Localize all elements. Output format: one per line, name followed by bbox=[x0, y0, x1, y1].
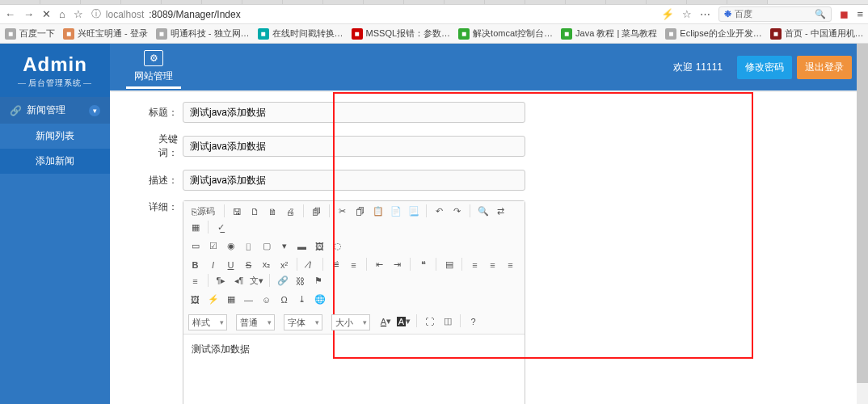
cut-icon[interactable]: ✂ bbox=[335, 204, 349, 218]
selectall-icon[interactable]: ▦ bbox=[188, 221, 202, 234]
maximize-icon[interactable]: ⛶ bbox=[423, 314, 436, 328]
bgcolor-icon[interactable]: A▾ bbox=[397, 314, 411, 328]
bookmark-item[interactable]: ■百度一下 bbox=[5, 27, 55, 40]
anchor-icon[interactable]: ⚑ bbox=[311, 274, 325, 288]
menu-group-news[interactable]: 🔗新闻管理 ▾ bbox=[0, 97, 110, 124]
size-select[interactable]: 大小 bbox=[331, 314, 370, 330]
checkbox-icon[interactable]: ☑ bbox=[206, 239, 220, 253]
editor-body[interactable]: 测试添加数据 bbox=[183, 335, 525, 404]
save-icon[interactable]: 🖫 bbox=[230, 204, 244, 218]
italic-icon[interactable]: I bbox=[206, 258, 220, 271]
bookmark-item[interactable]: ■在线时间戳转换… bbox=[258, 27, 343, 40]
spellcheck-icon[interactable]: ✓̲ bbox=[214, 221, 228, 234]
undo-icon[interactable]: ↶ bbox=[432, 204, 446, 218]
star-icon[interactable]: ☆ bbox=[74, 8, 83, 20]
bookmark-item[interactable]: ■Java 教程 | 菜鸟教程 bbox=[561, 27, 657, 40]
select-icon[interactable]: ▾ bbox=[277, 239, 291, 253]
outdent-icon[interactable]: ⇤ bbox=[373, 258, 386, 271]
bullist-icon[interactable]: ≡ bbox=[347, 258, 360, 271]
pasteword-icon[interactable]: 📃 bbox=[407, 204, 420, 218]
bold-icon[interactable]: B bbox=[188, 258, 202, 271]
ext-icon[interactable]: ◼ bbox=[840, 8, 849, 20]
radio-icon[interactable]: ◉ bbox=[224, 239, 238, 253]
ltr-icon[interactable]: ¶▸ bbox=[214, 274, 228, 288]
more-icon[interactable]: ⋯ bbox=[700, 8, 710, 20]
textcolor-icon[interactable]: A▾ bbox=[379, 314, 393, 328]
iframe-icon[interactable]: 🌐 bbox=[313, 292, 327, 306]
flash-icon[interactable]: ⚡ bbox=[206, 292, 220, 306]
textarea-icon[interactable]: ▢ bbox=[259, 239, 273, 253]
underline-icon[interactable]: U bbox=[224, 258, 238, 271]
style-select[interactable]: 样式 bbox=[188, 314, 227, 330]
find-icon[interactable]: 🔍 bbox=[476, 204, 490, 218]
hidden-icon[interactable]: ◌ bbox=[331, 239, 344, 253]
preview-icon[interactable]: 🗎 bbox=[266, 204, 280, 218]
quote-icon[interactable]: ❝ bbox=[416, 258, 430, 271]
numlist-icon[interactable]: ≡̇ bbox=[329, 258, 343, 271]
source-button[interactable]: ⎘ 源码 bbox=[188, 204, 218, 218]
back-icon[interactable]: ← bbox=[5, 8, 15, 20]
pagebreak-icon[interactable]: ⤓ bbox=[295, 292, 309, 306]
smiley-icon[interactable]: ☺ bbox=[259, 292, 273, 306]
strike-icon[interactable]: S bbox=[242, 258, 255, 271]
alignjustify-icon[interactable]: ≡ bbox=[188, 274, 202, 288]
redo-icon[interactable]: ↷ bbox=[450, 204, 464, 218]
help-icon[interactable]: ? bbox=[466, 314, 480, 328]
copy-icon[interactable]: 🗍 bbox=[353, 204, 367, 218]
keyword-input[interactable] bbox=[183, 136, 525, 157]
forward-icon[interactable]: → bbox=[23, 8, 34, 20]
aligncenter-icon[interactable]: ≡ bbox=[486, 258, 499, 271]
bookmark-item[interactable]: ■明通科技 - 独立网… bbox=[156, 27, 250, 40]
logout-button[interactable]: 退出登录 bbox=[797, 56, 852, 79]
url-bar[interactable]: ⓘ localhost :8089/Manager/Index bbox=[91, 7, 654, 21]
pastetext-icon[interactable]: 📄 bbox=[389, 204, 402, 218]
unlink-icon[interactable]: ⛓ bbox=[293, 274, 307, 288]
change-password-button[interactable]: 修改密码 bbox=[737, 56, 792, 79]
newpage-icon[interactable]: 🗋 bbox=[248, 204, 262, 218]
stop-icon[interactable]: ✕ bbox=[42, 8, 51, 20]
menu-icon[interactable]: ≡ bbox=[857, 8, 863, 20]
sidebar-item-add-news[interactable]: 添加新闻 bbox=[0, 149, 110, 174]
alignleft-icon[interactable]: ≡ bbox=[468, 258, 482, 271]
image-icon[interactable]: 🖼 bbox=[313, 239, 327, 253]
specialchar-icon[interactable]: Ω bbox=[277, 292, 291, 306]
indent-icon[interactable]: ⇥ bbox=[390, 258, 404, 271]
template-icon[interactable]: 🗐 bbox=[310, 204, 323, 218]
nav-site-manage[interactable]: ⚙ 网站管理 bbox=[126, 45, 181, 89]
bookmark-icon[interactable]: ☆ bbox=[682, 8, 692, 20]
baidu-search[interactable]: ❉ 百度 🔍 bbox=[718, 6, 832, 22]
div-icon[interactable]: ▤ bbox=[442, 258, 456, 271]
lang-icon[interactable]: 文▾ bbox=[250, 274, 263, 288]
rtl-icon[interactable]: ◂¶ bbox=[232, 274, 246, 288]
alignright-icon[interactable]: ≡ bbox=[504, 258, 517, 271]
removefmt-icon[interactable]: I̸ bbox=[303, 258, 317, 271]
scrollbar-thumb[interactable] bbox=[857, 44, 868, 383]
format-select[interactable]: 普通 bbox=[236, 314, 275, 330]
flash-icon[interactable]: ⚡ bbox=[661, 8, 674, 20]
font-select[interactable]: 字体 bbox=[284, 314, 322, 330]
image2-icon[interactable]: 🖼 bbox=[188, 292, 202, 306]
textfield-icon[interactable]: ⌷ bbox=[242, 239, 255, 253]
table-icon[interactable]: ▦ bbox=[224, 292, 238, 306]
favicon-icon: ■ bbox=[5, 28, 16, 40]
bookmark-item[interactable]: ■兴旺宝明通 - 登录 bbox=[63, 27, 148, 40]
scrollbar[interactable] bbox=[857, 44, 868, 404]
hr-icon[interactable]: — bbox=[242, 292, 255, 306]
bookmark-item[interactable]: ■Eclipse的企业开发… bbox=[665, 27, 761, 40]
paste-icon[interactable]: 📋 bbox=[371, 204, 385, 218]
bookmark-item[interactable]: ■MSSQL报错：参数… bbox=[352, 27, 451, 40]
desc-input[interactable] bbox=[183, 170, 525, 191]
title-input[interactable] bbox=[183, 102, 525, 123]
home-icon[interactable]: ⌂ bbox=[59, 8, 65, 20]
replace-icon[interactable]: ⇄ bbox=[494, 204, 508, 218]
sidebar-item-news-list[interactable]: 新闻列表 bbox=[0, 124, 110, 149]
sub-icon[interactable]: x₂ bbox=[259, 258, 273, 271]
button-icon[interactable]: ▬ bbox=[295, 239, 309, 253]
blocks-icon[interactable]: ◫ bbox=[440, 314, 454, 328]
link-icon[interactable]: 🔗 bbox=[276, 274, 289, 288]
bookmark-item[interactable]: ■首页 - 中国通用机… bbox=[770, 27, 864, 40]
print-icon[interactable]: 🖨 bbox=[284, 204, 297, 218]
bookmark-item[interactable]: ■解决tomcat控制台… bbox=[458, 27, 553, 40]
form-icon[interactable]: ▭ bbox=[188, 239, 202, 253]
sup-icon[interactable]: x² bbox=[277, 258, 291, 271]
